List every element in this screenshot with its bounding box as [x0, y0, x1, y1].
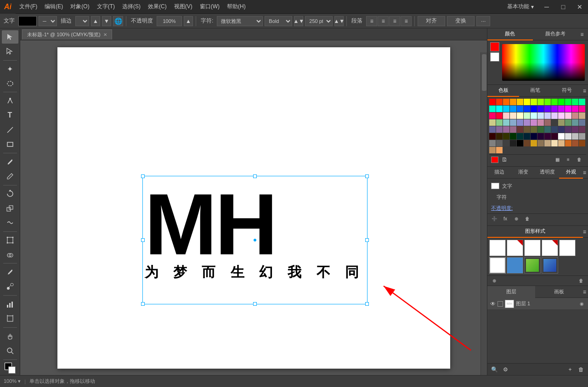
swatch-95[interactable] [565, 140, 571, 146]
swatch-13[interactable] [579, 99, 585, 105]
font-weight-select[interactable]: Bold [265, 16, 292, 26]
swatch-10[interactable] [558, 99, 565, 105]
handle-mid-right[interactable] [365, 238, 369, 242]
handle-top-right[interactable] [365, 174, 369, 178]
swatch-85[interactable] [496, 140, 503, 146]
swatch-56[interactable] [489, 126, 496, 133]
swatch-28[interactable] [489, 112, 496, 119]
swatch-83[interactable] [579, 133, 585, 140]
appear-fill-box[interactable] [491, 183, 499, 189]
swatch-new-btn[interactable]: 🖻 [499, 156, 509, 164]
style-4[interactable] [542, 240, 558, 256]
scroll-thumb[interactable] [482, 54, 486, 91]
paintbrush-tool-btn[interactable] [2, 155, 18, 168]
stroke-style-select[interactable]: ─ [39, 16, 57, 26]
swatch-45[interactable] [510, 119, 516, 126]
swatch-69[interactable] [579, 126, 585, 133]
rotate-tool-btn[interactable] [2, 187, 18, 201]
style-3[interactable] [524, 240, 541, 256]
zoom-tool-btn[interactable] [2, 344, 18, 357]
handle-bottom-center[interactable] [253, 302, 257, 306]
menu-object[interactable]: 对象(O) [67, 0, 93, 14]
swatch-64[interactable] [544, 126, 551, 133]
swatch-46[interactable] [517, 119, 523, 126]
swatch-23[interactable] [551, 106, 558, 112]
swatch-61[interactable] [524, 126, 530, 133]
more-options-btn[interactable]: ··· [476, 16, 490, 26]
tab-figure-styles[interactable]: 图形样式 [487, 226, 583, 238]
layer-visibility-icon[interactable]: 👁 [490, 301, 496, 307]
swatch-92[interactable] [544, 140, 551, 146]
swatch-72[interactable] [503, 133, 509, 140]
color-panel-menu[interactable]: ≡ [578, 30, 586, 39]
swatch-50[interactable] [544, 119, 551, 126]
shape-tool-btn[interactable] [2, 138, 18, 151]
swatch-84[interactable] [489, 140, 496, 146]
swatch-37[interactable] [551, 112, 558, 119]
handle-bottom-right[interactable] [365, 302, 369, 306]
opacity-input[interactable] [157, 16, 182, 26]
maximize-button[interactable]: □ [555, 0, 571, 14]
appear-del-btn[interactable]: 🗑 [522, 215, 532, 223]
swatch-97[interactable] [579, 140, 585, 146]
layers-find-btn[interactable]: 🔍 [489, 365, 499, 374]
handle-bottom-left[interactable] [141, 302, 145, 306]
swatch-12[interactable] [572, 99, 578, 105]
swatch-70[interactable] [489, 133, 496, 140]
canvas-content[interactable]: MH 为 梦 而 生 幻 我 不 同 [20, 40, 487, 375]
style-8[interactable] [524, 257, 541, 274]
style-9[interactable] [542, 257, 558, 274]
font-select[interactable]: 微软雅黑 [217, 16, 263, 26]
swatch-74[interactable] [517, 133, 523, 140]
layer-expand-btn[interactable] [498, 301, 503, 307]
style-6[interactable] [489, 257, 506, 274]
swatch-40[interactable] [572, 112, 578, 119]
styles-del-btn[interactable]: 🗑 [576, 277, 586, 285]
swatch-47[interactable] [524, 119, 530, 126]
menu-effect[interactable]: 效果(C) [144, 0, 170, 14]
swatch-6[interactable] [531, 99, 537, 105]
menu-edit[interactable]: 编辑(E) [41, 0, 67, 14]
swatch-89[interactable] [524, 140, 530, 146]
swatch-54[interactable] [572, 119, 578, 126]
swatch-81[interactable] [565, 133, 571, 140]
swatch-34[interactable] [531, 112, 537, 119]
swatch-26[interactable] [572, 106, 578, 112]
tab-stroke[interactable]: 描边 [487, 167, 511, 179]
transform-btn[interactable]: 变换 [447, 16, 475, 26]
swatch-27[interactable] [579, 106, 585, 112]
style-1[interactable] [489, 240, 506, 256]
tab-artboard[interactable]: 画板 [535, 286, 583, 298]
swatch-90[interactable] [531, 140, 537, 146]
swatch-32[interactable] [517, 112, 523, 119]
swatch-55[interactable] [579, 119, 585, 126]
menu-text[interactable]: 文字(T) [93, 0, 119, 14]
swatch-7[interactable] [537, 99, 544, 105]
selection-tool-btn[interactable] [2, 30, 18, 44]
warp-tool-btn[interactable] [2, 216, 18, 229]
opacity-up-btn[interactable]: ▲ [184, 16, 193, 26]
swatch-75[interactable] [524, 133, 530, 140]
layers-menu[interactable]: ≡ [583, 289, 588, 295]
swatch-67[interactable] [565, 126, 571, 133]
swatch-73[interactable] [510, 133, 516, 140]
color-spectrum[interactable] [502, 44, 585, 81]
swatch-21[interactable] [537, 106, 544, 112]
appear-add-btn[interactable]: ➕ [489, 215, 499, 223]
handle-top-left[interactable] [141, 174, 145, 178]
figure-styles-menu[interactable]: ≡ [583, 229, 588, 235]
swatch-44[interactable] [503, 119, 509, 126]
swatch-60[interactable] [517, 126, 523, 133]
swatch-29[interactable] [496, 112, 503, 119]
swatch-9[interactable] [551, 99, 558, 105]
swatch-delete-btn[interactable]: 🗑 [574, 156, 584, 164]
blend-tool-btn[interactable] [2, 280, 18, 293]
swatch-33[interactable] [524, 112, 530, 119]
stroke-down-btn[interactable]: ▼ [102, 16, 111, 26]
swatch-66[interactable] [558, 126, 565, 133]
swatches-menu[interactable]: ≡ [583, 88, 588, 94]
swatch-58[interactable] [503, 126, 509, 133]
pencil-tool-btn[interactable] [2, 169, 18, 183]
tab-swatches[interactable]: 色板 [487, 85, 519, 97]
swatch-30[interactable] [503, 112, 509, 119]
